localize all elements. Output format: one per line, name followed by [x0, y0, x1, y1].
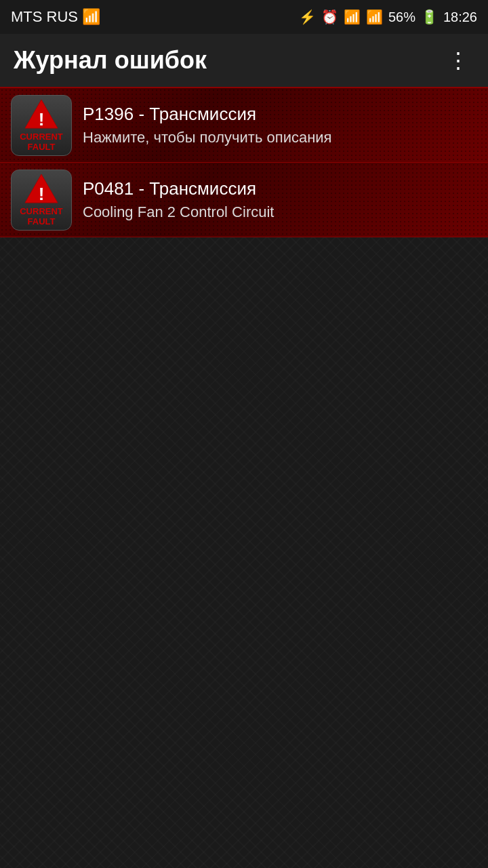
fault-desc-2: Cooling Fan 2 Control Circuit — [83, 203, 274, 221]
fault-desc-1: Нажмите, чтобы получить описания — [83, 129, 332, 146]
fault-text-1: P1396 - Трансмиссия Нажмите, чтобы получ… — [83, 104, 332, 146]
overflow-menu-icon[interactable]: ⋮ — [442, 42, 474, 79]
app-bar: Журнал ошибок ⋮ — [0, 34, 488, 88]
warning-triangle-icon-1: ! — [24, 98, 59, 130]
fault-badge-2: CURRENTFAULT — [20, 207, 63, 226]
carrier-icon: 📶 — [82, 8, 100, 26]
battery-icon: 🔋 — [421, 9, 438, 25]
fault-icon-1: ! CURRENTFAULT — [11, 95, 72, 156]
carrier-label: MTS RUS — [11, 8, 78, 26]
status-left: MTS RUS 📶 — [11, 8, 100, 26]
fault-badge-1: CURRENTFAULT — [20, 132, 63, 152]
fault-text-2: P0481 - Трансмиссия Cooling Fan 2 Contro… — [83, 178, 274, 221]
page-title: Журнал ошибок — [14, 46, 207, 75]
svg-text:!: ! — [39, 184, 45, 204]
status-bar: MTS RUS 📶 ⚡ ⏰ 📶 📶 56% 🔋 18:26 — [0, 0, 488, 34]
warning-triangle-icon-2: ! — [24, 173, 59, 204]
fault-item-1[interactable]: ! CURRENTFAULT P1396 - Трансмиссия Нажми… — [0, 88, 488, 163]
fault-item-2[interactable]: ! CURRENTFAULT P0481 - Трансмиссия Cooli… — [0, 163, 488, 237]
fault-list: ! CURRENTFAULT P1396 - Трансмиссия Нажми… — [0, 88, 488, 237]
time-label: 18:26 — [443, 9, 477, 25]
wifi-icon: 📶 — [344, 9, 361, 25]
empty-background — [0, 237, 488, 868]
fault-icon-2: ! CURRENTFAULT — [11, 170, 72, 231]
svg-text:!: ! — [39, 109, 45, 130]
signal-icon: 📶 — [366, 9, 383, 25]
fault-code-1: P1396 - Трансмиссия — [83, 104, 332, 125]
battery-label: 56% — [388, 9, 415, 25]
bluetooth-icon: ⚡ — [299, 9, 316, 25]
fault-code-2: P0481 - Трансмиссия — [83, 178, 274, 199]
alarm-icon: ⏰ — [321, 9, 338, 25]
status-right: ⚡ ⏰ 📶 📶 56% 🔋 18:26 — [299, 9, 477, 25]
